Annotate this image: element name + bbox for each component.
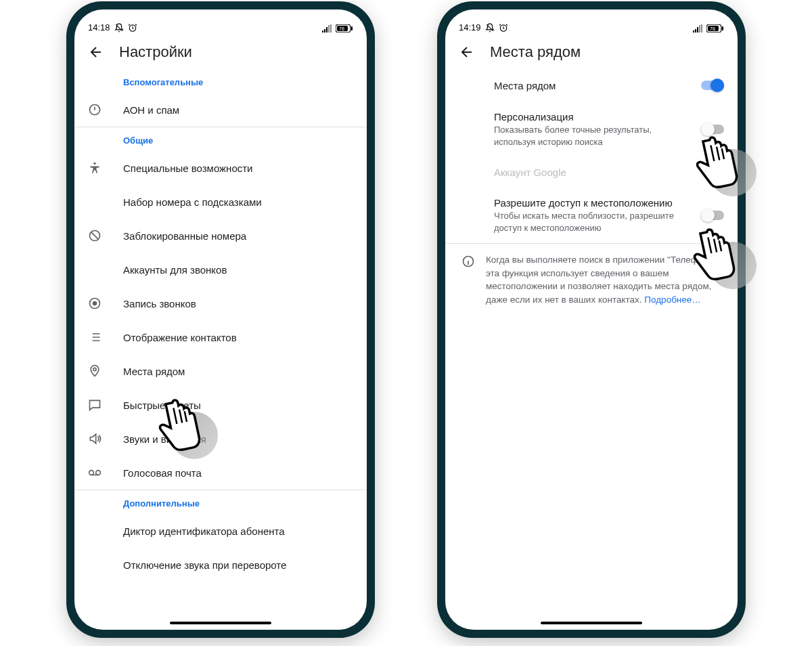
svg-rect-22 (699, 25, 700, 33)
info-icon (461, 255, 475, 268)
list-item-nearby[interactable]: Места рядом (74, 354, 367, 388)
toggle-nearby[interactable] (701, 79, 724, 92)
settings-list: Вспомогательные АОН и спам Общие Специал… (74, 69, 367, 630)
row-title: Разрешите доступ к местоположению (494, 197, 693, 209)
header: Места рядом (445, 34, 738, 69)
battery-icon: 78 (336, 24, 353, 33)
list-item-label: Диктор идентификатора абонента (123, 525, 285, 537)
nav-bar[interactable] (541, 622, 642, 624)
list-item-label: Отображение контактов (123, 332, 237, 343)
svg-point-14 (93, 302, 97, 305)
screen-right: 14:19 78 Места рядом Места рядом Персона… (445, 9, 738, 630)
voicemail-icon (88, 466, 102, 479)
status-bar: 14:18 78 (74, 9, 367, 34)
svg-rect-23 (701, 24, 702, 33)
list-item-sounds[interactable]: Звуки и вибрация (74, 422, 367, 456)
page-title: Настройки (119, 43, 192, 61)
svg-rect-26 (722, 26, 723, 30)
row-subtitle: Чтобы искать места поблизости, разрешите… (494, 210, 677, 234)
pin-icon (88, 364, 102, 378)
info-link[interactable]: Подробнее… (644, 295, 701, 305)
svg-rect-21 (697, 27, 698, 33)
block-icon (88, 229, 102, 242)
svg-rect-1 (322, 30, 323, 33)
row-google-account: Аккаунт Google (445, 157, 738, 188)
svg-rect-8 (351, 26, 353, 30)
header: Настройки (74, 34, 367, 69)
list-item-caller-spam[interactable]: АОН и спам (74, 93, 367, 127)
svg-point-17 (96, 471, 101, 475)
chat-icon (88, 398, 102, 412)
toggle-location-access[interactable] (701, 209, 724, 222)
info-text: Когда вы выполняете поиск в приложении "… (486, 253, 724, 306)
list-item-label: Набор номера с подсказками (123, 196, 262, 208)
svg-rect-19 (693, 30, 694, 33)
page-title: Места рядом (490, 43, 581, 61)
alarm-icon (128, 23, 137, 33)
list-item-flip-mute[interactable]: Отключение звука при перевороте (74, 548, 367, 582)
battery-icon: 78 (706, 24, 724, 33)
status-time: 14:18 (88, 22, 110, 33)
row-location-access[interactable]: Разрешите доступ к местоположению Чтобы … (445, 188, 738, 243)
section-header-general: Общие (74, 127, 367, 151)
status-time: 14:19 (459, 22, 481, 33)
svg-point-15 (93, 368, 96, 370)
list-item-label: Аккаунты для звонков (123, 264, 227, 276)
list-item-label: Голосовая почта (123, 467, 202, 479)
list-item-blocked[interactable]: Заблокированные номера (74, 219, 367, 253)
list-item-assisted-dial[interactable]: Набор номера с подсказками (74, 185, 367, 219)
signal-icon (322, 24, 333, 33)
signal-icon (693, 24, 704, 33)
list-item-quick[interactable]: Быстрые ответы (74, 388, 367, 422)
info-alert-icon (88, 103, 102, 116)
nearby-settings: Места рядом Персонализация Показывать бо… (445, 69, 738, 630)
bell-off-icon (485, 23, 495, 33)
svg-rect-2 (324, 29, 325, 33)
avatar-overlay (709, 149, 757, 196)
toggle-personalization[interactable] (701, 123, 724, 136)
list-item-voicemail[interactable]: Голосовая почта (74, 456, 367, 490)
section-header-extra: Дополнительные (74, 490, 367, 514)
record-icon (88, 297, 102, 310)
nav-bar[interactable] (170, 622, 271, 624)
list-item-call-accounts[interactable]: Аккаунты для звонков (74, 253, 367, 286)
phone-right: 14:19 78 Места рядом Места рядом Персона… (438, 3, 744, 637)
svg-rect-4 (328, 25, 330, 33)
avatar-overlay (171, 412, 218, 459)
alarm-icon (499, 23, 508, 33)
svg-text:78: 78 (339, 26, 344, 31)
back-icon[interactable] (88, 44, 104, 60)
back-icon[interactable] (459, 44, 475, 60)
list-icon (88, 330, 102, 344)
svg-point-16 (89, 471, 94, 475)
info-row: Когда вы выполняете поиск в приложении "… (445, 244, 738, 316)
row-title: Места рядом (494, 80, 693, 91)
list-item-accessibility[interactable]: Специальные возможности (74, 151, 367, 185)
row-title: Персонализация (494, 111, 693, 123)
sound-icon (88, 432, 102, 446)
accessibility-icon (88, 161, 102, 175)
row-nearby-toggle[interactable]: Места рядом (445, 69, 738, 102)
list-item-label: Запись звонков (123, 298, 196, 309)
svg-point-11 (93, 163, 95, 165)
screen-left: 14:18 78 Настройки Вспомогательные АОН и… (74, 9, 367, 630)
row-title: Аккаунт Google (494, 167, 724, 178)
svg-text:78: 78 (710, 26, 715, 31)
row-subtitle: Показывать более точные результаты, испо… (494, 124, 677, 148)
section-header-aux: Вспомогательные (74, 69, 367, 93)
list-item-caller-announce[interactable]: Диктор идентификатора абонента (74, 514, 367, 548)
avatar-overlay (709, 242, 757, 289)
list-item-label: Специальные возможности (123, 163, 253, 174)
svg-rect-20 (695, 29, 696, 33)
list-item-label: Заблокированные номера (123, 230, 246, 242)
row-personalization[interactable]: Персонализация Показывать более точные р… (445, 102, 738, 157)
svg-rect-5 (330, 24, 332, 33)
svg-rect-3 (326, 27, 328, 33)
phone-left: 14:18 78 Настройки Вспомогательные АОН и… (68, 3, 374, 637)
list-item-label: Места рядом (123, 366, 185, 377)
status-bar: 14:19 78 (445, 9, 738, 34)
list-item-display-contacts[interactable]: Отображение контактов (74, 320, 367, 354)
list-item-label: Отключение звука при перевороте (123, 559, 286, 571)
list-item-recording[interactable]: Запись звонков (74, 286, 367, 320)
bell-off-icon (114, 23, 124, 33)
